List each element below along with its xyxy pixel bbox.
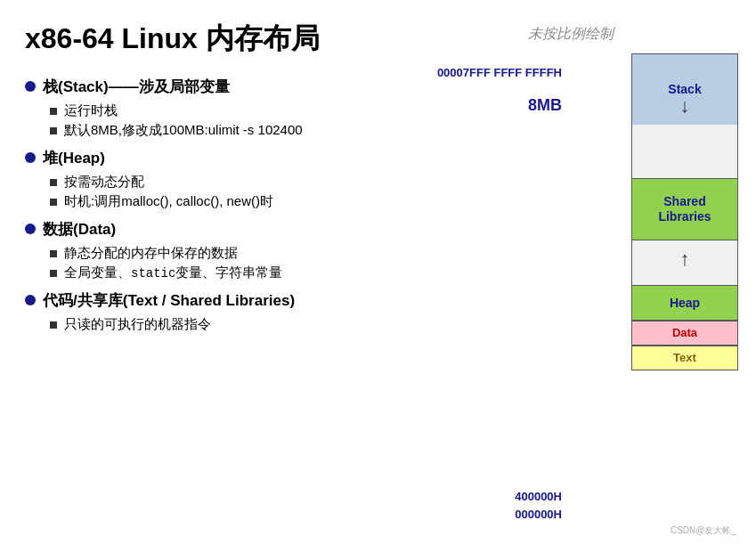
mem-gap2: ↑ (631, 240, 738, 285)
bullet-code-main: 代码/共享库(Text / Shared Libraries) (25, 290, 731, 311)
bullet-icon-heap (25, 152, 36, 163)
bullet-stack-sub1: 运行时栈 (50, 102, 731, 119)
bullet-data-sub1: 静态分配的内存中保存的数据 (50, 245, 731, 262)
bullet-data-label: 数据(Data) (43, 219, 116, 240)
bullet-heap-main: 堆(Heap) (25, 148, 731, 168)
address-400000: 400000H (515, 490, 562, 503)
bullet-sub-icon (50, 127, 57, 134)
mem-text-block: Text (631, 346, 738, 370)
stack-arrow-icon: ↓ (680, 94, 690, 118)
memory-diagram: Stack ↓ SharedLibraries ↑ Heap Data Text (631, 53, 738, 370)
watermark: CSDN@友大帐_ (671, 525, 736, 537)
mem-gap1 (631, 125, 738, 178)
bullet-sub-icon (50, 108, 57, 115)
bullet-heap-sub2-text: 时机:调用malloc(), calloc(), new()时 (64, 193, 273, 210)
mem-data-block: Data (631, 321, 738, 346)
bullet-data-main: 数据(Data) (25, 219, 731, 240)
bullet-icon-code (25, 295, 36, 305)
mem-stack-block: Stack ↓ (631, 53, 738, 125)
bullet-heap-sub1-text: 按需动态分配 (64, 174, 144, 191)
bullet-stack-label: 栈(Stack)——涉及局部变量 (43, 77, 230, 97)
bullet-data-sub2-text: 全局变量、static变量、字符串常量 (64, 264, 282, 281)
bullet-stack-sub2-text: 默认8MB,修改成100MB:ulimit -s 102400 (64, 122, 303, 139)
bullet-sub-icon (50, 270, 57, 277)
content-area: 栈(Stack)——涉及局部变量 运行时栈 默认8MB,修改成100MB:uli… (25, 68, 731, 336)
mem-text-label: Text (673, 351, 696, 365)
bullet-sub-icon (50, 250, 57, 257)
bullet-sub-icon (50, 199, 57, 206)
bullet-data-sub2: 全局变量、static变量、字符串常量 (50, 264, 731, 281)
not-to-scale-label: 未按比例绘制 (528, 25, 614, 44)
bullet-icon-stack (25, 81, 36, 92)
bullet-heap-label: 堆(Heap) (43, 148, 105, 168)
bullet-code-sub1-text: 只读的可执行的机器指令 (64, 316, 211, 333)
slide: x86-64 Linux 内存布局 未按比例绘制 00007FFF FFFF F… (0, 0, 756, 553)
heap-arrow-icon: ↑ (680, 248, 690, 271)
bullet-sub-icon (50, 179, 57, 186)
text-column: 栈(Stack)——涉及局部变量 运行时栈 默认8MB,修改成100MB:uli… (25, 68, 731, 336)
bullet-stack-sub1-text: 运行时栈 (64, 102, 118, 119)
bullet-stack-main: 栈(Stack)——涉及局部变量 (25, 77, 731, 97)
address-000000: 000000H (515, 508, 562, 521)
slide-title: x86-64 Linux 内存布局 (25, 21, 731, 55)
mem-shared-block: SharedLibraries (631, 178, 738, 240)
mem-heap-block: Heap (631, 285, 738, 321)
bullet-stack-sub2: 默认8MB,修改成100MB:ulimit -s 102400 (50, 122, 731, 139)
mem-data-label: Data (672, 326, 697, 340)
bullet-sub-icon (50, 321, 57, 329)
bullet-code-sub1: 只读的可执行的机器指令 (50, 316, 731, 333)
bullet-icon-data (25, 224, 36, 234)
bullet-heap-sub2: 时机:调用malloc(), calloc(), new()时 (50, 193, 731, 210)
address-top: 00007FFF FFFF FFFFH (437, 66, 562, 79)
mem-heap-label: Heap (670, 296, 700, 311)
bullet-code-label: 代码/共享库(Text / Shared Libraries) (43, 290, 295, 311)
mb-label: 8MB (528, 96, 562, 115)
mem-shared-label: SharedLibraries (658, 194, 711, 224)
bullet-data-sub1-text: 静态分配的内存中保存的数据 (64, 245, 238, 262)
bullet-heap-sub1: 按需动态分配 (50, 174, 731, 191)
